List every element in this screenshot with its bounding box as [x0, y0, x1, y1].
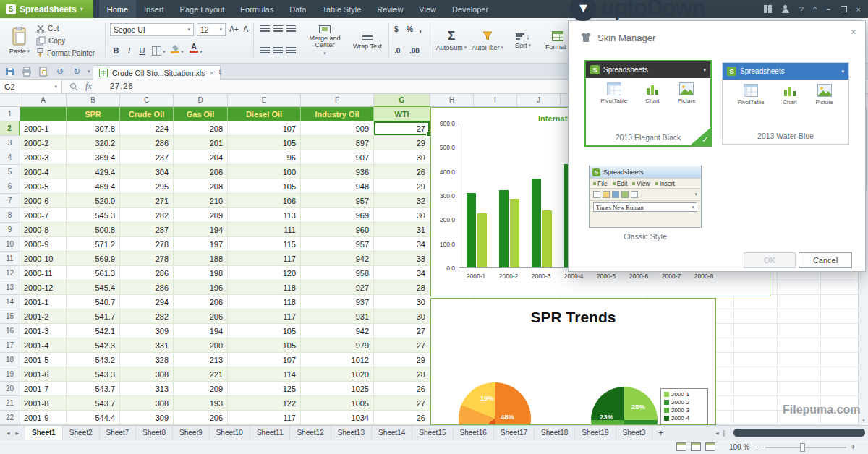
cell[interactable]: 200 [174, 338, 228, 353]
cell[interactable]: 122 [228, 396, 301, 411]
cell[interactable]: 237 [120, 150, 174, 165]
cell[interactable]: 429.4 [67, 165, 120, 179]
cell[interactable]: 942 [301, 252, 374, 266]
row-header-3[interactable]: 3 [0, 136, 20, 150]
cell[interactable]: 29 [374, 179, 430, 194]
cell[interactable]: 2001-8 [20, 396, 67, 411]
cell[interactable]: 105 [228, 338, 301, 353]
cell[interactable]: 2000-5 [20, 179, 67, 194]
cell[interactable]: 541.7 [67, 309, 120, 324]
align-left-icon[interactable] [260, 47, 270, 55]
cell[interactable]: 28 [374, 280, 430, 295]
scroll-down-icon[interactable]: ▾ [859, 418, 868, 424]
cell[interactable]: 569.9 [67, 252, 120, 266]
cell[interactable]: 2001-4 [20, 338, 67, 353]
maximize-button[interactable] [841, 6, 847, 12]
cell[interactable]: 117 [228, 411, 301, 425]
cell[interactable]: 295 [120, 179, 174, 194]
row-header-5[interactable]: 5 [0, 165, 20, 179]
cell[interactable]: 369.4 [67, 150, 120, 165]
cell[interactable]: 907 [301, 150, 374, 165]
cell[interactable]: 2000-4 [20, 165, 67, 179]
shrink-font-button[interactable]: A- [241, 23, 253, 35]
row-header-12[interactable]: 12 [0, 266, 20, 280]
cell[interactable]: 198 [174, 266, 228, 280]
undo-button[interactable]: ↺ [54, 66, 66, 77]
cell[interactable]: 307.8 [67, 121, 120, 136]
horizontal-scrollbar[interactable] [733, 429, 865, 437]
save-button[interactable] [4, 66, 16, 77]
cell[interactable]: 120 [228, 266, 301, 280]
cell[interactable]: 308 [120, 367, 174, 382]
cell[interactable]: 208 [174, 179, 228, 194]
menu-tab-review[interactable]: Review [369, 0, 411, 18]
dialog-close-icon[interactable]: × [851, 26, 856, 38]
sheet-tab-sheet8[interactable]: Sheet8 [136, 426, 173, 440]
cell[interactable]: 194 [174, 324, 228, 338]
cell[interactable]: 106 [228, 194, 301, 208]
cell[interactable]: 2001-9 [20, 411, 67, 425]
cell[interactable]: 309 [120, 411, 174, 425]
apps-icon[interactable] [764, 5, 772, 13]
cell[interactable]: 107 [228, 353, 301, 367]
row-header-17[interactable]: 17 [0, 338, 20, 353]
cell[interactable]: 958 [301, 266, 374, 280]
cell[interactable]: 286 [120, 266, 174, 280]
cell[interactable]: 543.3 [67, 367, 120, 382]
cell[interactable]: 193 [174, 396, 228, 411]
account-icon[interactable] [781, 5, 790, 14]
row-header-6[interactable]: 6 [0, 179, 20, 194]
cell[interactable]: 29 [374, 136, 430, 150]
cell[interactable]: 543.7 [67, 382, 120, 396]
row-header-8[interactable]: 8 [0, 208, 20, 223]
collapse-ribbon-icon[interactable]: ^ [813, 5, 817, 14]
cell[interactable]: 2000-3 [20, 150, 67, 165]
skin-card-water-blue[interactable]: S Spreadsheets ▾ PivotTable Chart Pictur… [722, 62, 849, 145]
sheet-tab-sheet12[interactable]: Sheet12 [290, 426, 331, 440]
spr-trends-chart[interactable]: SPR Trends 19% 48% 25% 23% 2000-12000-22… [430, 298, 716, 425]
header-cell-WTI[interactable]: WTI [374, 107, 430, 121]
cell[interactable]: 213 [174, 353, 228, 367]
cell[interactable]: 30 [374, 150, 430, 165]
row-header-4[interactable]: 4 [0, 150, 20, 165]
sheet-tab-sheet14[interactable]: Sheet14 [372, 426, 412, 440]
print-preview-button[interactable] [38, 66, 49, 77]
increase-decimal-icon[interactable]: .0 [394, 47, 400, 55]
row-header-1[interactable]: 1 [0, 107, 20, 121]
page-layout-view-icon[interactable] [691, 442, 701, 451]
cell[interactable]: 118 [228, 280, 301, 295]
cell[interactable]: 1005 [301, 396, 374, 411]
cell[interactable]: 969 [301, 208, 374, 223]
redo-button[interactable]: ↻ [71, 66, 82, 77]
column-header-J[interactable]: J [517, 94, 561, 107]
cell[interactable]: 2000-8 [20, 223, 67, 237]
decrease-decimal-icon[interactable]: .00 [409, 47, 420, 55]
cell[interactable]: 27 [374, 338, 430, 353]
paste-button[interactable]: Paste▾ [6, 21, 33, 61]
cell[interactable]: 210 [174, 194, 228, 208]
column-header-I[interactable]: I [474, 94, 517, 107]
tab-scroll-buttons[interactable]: ◂| [710, 426, 731, 440]
cell[interactable]: 194 [174, 223, 228, 237]
sheet-tab-sheet2[interactable]: Sheet2 [63, 426, 100, 440]
merge-center-button[interactable]: Merge and Center▾ [302, 21, 347, 61]
grow-font-button[interactable]: A+ [228, 23, 240, 35]
sheet-tab-sheet9[interactable]: Sheet9 [173, 426, 210, 440]
row-header-18[interactable]: 18 [0, 353, 20, 367]
menu-tab-table-style[interactable]: Table Style [314, 0, 369, 18]
row-header-20[interactable]: 20 [0, 382, 20, 396]
cell[interactable]: 29 [374, 353, 430, 367]
row-header-22[interactable]: 22 [0, 411, 20, 425]
row-header-7[interactable]: 7 [0, 194, 20, 208]
align-top-icon[interactable] [260, 25, 270, 33]
cell[interactable]: 96 [228, 150, 301, 165]
column-header-D[interactable]: D [174, 94, 228, 107]
row-header-11[interactable]: 11 [0, 252, 20, 266]
cell[interactable]: 2001-6 [20, 367, 67, 382]
magnifier-icon[interactable] [69, 82, 78, 91]
cell[interactable]: 26 [374, 165, 430, 179]
cancel-button[interactable]: Cancel [799, 252, 852, 268]
cell[interactable]: 545.4 [67, 280, 120, 295]
cell[interactable]: 2001-2 [20, 309, 67, 324]
cell[interactable]: 206 [174, 309, 228, 324]
